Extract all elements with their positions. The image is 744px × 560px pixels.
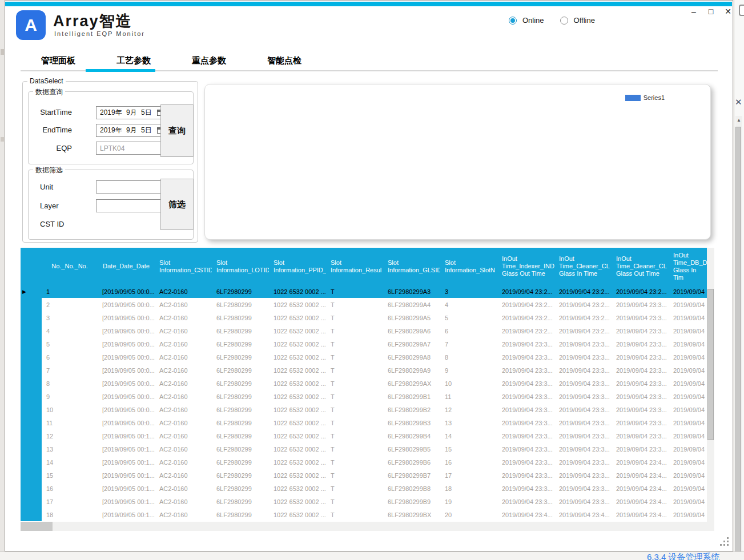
- grid-vertical-scrollbar[interactable]: [707, 248, 714, 531]
- row-header-cell[interactable]: [21, 416, 42, 429]
- grid-column-header[interactable]: Date_Date_Date: [98, 248, 155, 285]
- row-header-cell[interactable]: [21, 324, 42, 337]
- table-cell: 6LF2980299: [212, 403, 269, 416]
- offline-radio[interactable]: [560, 17, 568, 25]
- table-cell: 1022 6532 0002 ...: [269, 377, 326, 390]
- table-row[interactable]: 7[2019/09/05 00:0...AC2-01606LF298029910…: [21, 364, 707, 377]
- table-cell: T: [326, 285, 383, 298]
- current-row-indicator[interactable]: ▶: [21, 285, 42, 298]
- table-cell: 2019/09/04: [669, 416, 707, 429]
- background-close-icon[interactable]: ✕: [735, 97, 742, 107]
- table-cell: 17: [42, 495, 98, 508]
- grid-column-header[interactable]: Slot Information_SlotN: [440, 248, 497, 285]
- row-header-cell[interactable]: [21, 495, 42, 508]
- table-cell: AC2-0160: [155, 469, 212, 482]
- tab-management-panel[interactable]: 管理面板: [21, 55, 96, 70]
- table-cell: 3: [440, 285, 497, 298]
- row-header-cell[interactable]: [21, 298, 42, 311]
- grid-vscrollbar-thumb[interactable]: [707, 289, 714, 440]
- grid-column-header[interactable]: InOut Time_DB_D Glass In Tim: [669, 248, 707, 285]
- table-cell: T: [326, 508, 383, 521]
- app-title: Array智造: [53, 11, 132, 31]
- row-header-cell[interactable]: [21, 390, 42, 403]
- grid-column-header[interactable]: InOut Time_Cleaner_CL Glass Out Time: [612, 248, 669, 285]
- row-header-cell[interactable]: [21, 442, 42, 456]
- data-filter-group: 数据筛选 Unit Layer CST ID 筛选: [28, 170, 194, 240]
- table-cell: 5: [42, 337, 98, 350]
- close-button[interactable]: ✕: [722, 5, 734, 18]
- table-cell: 6LF2980299: [212, 416, 269, 429]
- grid-header-row: No._No._No.Date_Date_DateSlot Informatio…: [21, 248, 707, 285]
- table-row[interactable]: 4[2019/09/05 00:0...AC2-01606LF298029910…: [21, 324, 707, 337]
- row-header-cell[interactable]: [21, 469, 42, 482]
- grid-column-header[interactable]: InOut Time_Indexer_IND Glass Out Time: [497, 248, 554, 285]
- end-time-label: EndTime: [37, 126, 72, 134]
- grid-column-header[interactable]: No._No._No.: [42, 248, 98, 285]
- table-cell: 6LF2980299: [212, 324, 269, 337]
- version-link[interactable]: 6.3.4 设备管理系统: [647, 552, 720, 560]
- grid-body: ▶1[2019/09/05 00:0...AC2-01606LF29802991…: [21, 285, 707, 521]
- table-cell: [2019/09/05 00:0...: [98, 285, 155, 298]
- window-resize-grip[interactable]: [720, 537, 729, 546]
- row-header-cell[interactable]: [21, 337, 42, 350]
- tab-key-parameters[interactable]: 重点参数: [171, 55, 247, 70]
- table-cell: 2019/09/04 23:2...: [554, 324, 612, 337]
- table-row[interactable]: 12[2019/09/05 00:1...AC2-01606LF29802991…: [21, 429, 707, 442]
- table-row[interactable]: 11[2019/09/05 00:0...AC2-01606LF29802991…: [21, 416, 707, 429]
- grid-column-header[interactable]: Slot Information_PPID_: [269, 248, 326, 285]
- grid-column-header[interactable]: Slot Information_GLSID: [383, 248, 440, 285]
- table-row[interactable]: 9[2019/09/05 00:0...AC2-01606LF298029910…: [21, 390, 707, 403]
- grid-hscrollbar-thumb[interactable]: [21, 522, 53, 531]
- minimize-button[interactable]: –: [688, 5, 699, 18]
- table-cell: 6LF2980299B2: [383, 403, 440, 416]
- filter-button[interactable]: 筛选: [160, 179, 194, 230]
- table-row[interactable]: 3[2019/09/05 00:0...AC2-01606LF298029910…: [21, 311, 707, 324]
- grid-column-header[interactable]: Slot Information_Resul: [326, 248, 383, 285]
- grid-horizontal-scrollbar[interactable]: [21, 522, 714, 531]
- table-cell: T: [326, 469, 383, 482]
- background-scrollbar-thumb[interactable]: [735, 127, 741, 560]
- maximize-button[interactable]: □: [705, 5, 717, 18]
- table-cell: 2019/09/04 23:3...: [554, 377, 612, 390]
- table-cell: 6LF2980299: [212, 429, 269, 442]
- table-row[interactable]: 18[2019/09/05 00:1...AC2-01606LF29802991…: [21, 508, 707, 521]
- series1-legend-swatch: [625, 95, 641, 101]
- table-cell: 2019/09/04 23:3...: [497, 456, 554, 469]
- table-row[interactable]: 13[2019/09/05 00:1...AC2-01606LF29802991…: [21, 442, 707, 456]
- table-row[interactable]: 14[2019/09/05 00:1...AC2-01606LF29802991…: [21, 456, 707, 469]
- table-row[interactable]: 16[2019/09/05 00:1...AC2-01606LF29802991…: [21, 482, 707, 495]
- row-header-cell[interactable]: [21, 311, 42, 324]
- table-row[interactable]: ▶1[2019/09/05 00:0...AC2-01606LF29802991…: [21, 285, 707, 298]
- table-row[interactable]: 8[2019/09/05 00:0...AC2-01606LF298029910…: [21, 377, 707, 390]
- table-row[interactable]: 2[2019/09/05 00:0...AC2-01606LF298029910…: [21, 298, 707, 311]
- tab-process-parameters[interactable]: 工艺参数: [96, 55, 171, 70]
- table-row[interactable]: 6[2019/09/05 00:0...AC2-01606LF298029910…: [21, 350, 707, 364]
- row-header-cell[interactable]: [21, 429, 42, 442]
- table-row[interactable]: 5[2019/09/05 00:0...AC2-01606LF298029910…: [21, 337, 707, 350]
- table-row[interactable]: 10[2019/09/05 00:0...AC2-01606LF29802991…: [21, 403, 707, 416]
- row-header-cell[interactable]: [21, 403, 42, 416]
- row-header-cell[interactable]: [21, 377, 42, 390]
- online-radio[interactable]: [509, 17, 517, 25]
- table-cell: 1022 6532 0002 ...: [269, 285, 326, 298]
- table-cell: 6LF2980299B5: [383, 442, 440, 456]
- tab-smart-inspection[interactable]: 智能点检: [247, 55, 322, 70]
- table-cell: [2019/09/05 00:0...: [98, 390, 155, 403]
- table-cell: 2019/09/04 23:3...: [554, 442, 612, 456]
- query-button[interactable]: 查询: [160, 104, 194, 157]
- table-row[interactable]: 15[2019/09/05 00:1...AC2-01606LF29802991…: [21, 469, 707, 482]
- row-header-cell[interactable]: [21, 350, 42, 364]
- table-cell: 5: [440, 311, 497, 324]
- table-cell: [2019/09/05 00:1...: [98, 482, 155, 495]
- grid-column-header[interactable]: Slot Information_LOTID: [212, 248, 269, 285]
- scroll-up-arrow-icon[interactable]: ▲: [737, 118, 741, 123]
- row-header-cell[interactable]: [21, 456, 42, 469]
- table-cell: 2019/09/04 23:3...: [554, 482, 612, 495]
- grid-column-header[interactable]: Slot Information_CSTID: [155, 248, 212, 285]
- table-row[interactable]: 17[2019/09/05 00:1...AC2-01606LF29802991…: [21, 495, 707, 508]
- row-header-cell[interactable]: [21, 482, 42, 495]
- grid-column-header[interactable]: InOut Time_Cleaner_CL Glass In Time: [554, 248, 612, 285]
- table-cell: 6LF2980299: [212, 337, 269, 350]
- row-header-cell[interactable]: [21, 364, 42, 377]
- row-header-cell[interactable]: [21, 508, 42, 521]
